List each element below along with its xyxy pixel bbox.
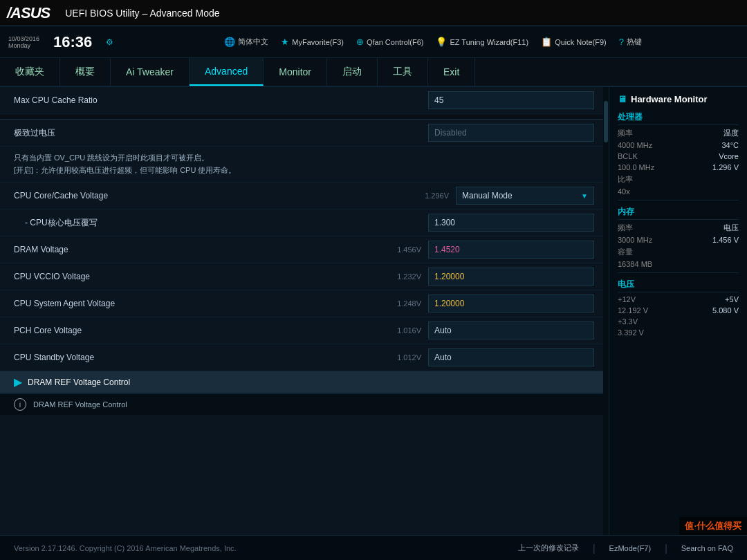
nav-item-boot[interactable]: 启动 xyxy=(327,58,378,86)
setting-row-pch-core[interactable]: PCH Core Voltage 1.016V Auto xyxy=(0,317,608,344)
scroll-thumb[interactable] xyxy=(604,101,608,142)
clock-section: 10/03/2016Monday xyxy=(8,35,39,49)
setting-row-sysagent[interactable]: CPU System Agent Voltage 1.248V 1.20000 xyxy=(0,290,608,317)
setting-hint-dram-voltage: 1.456V xyxy=(380,245,421,254)
setting-label-pch-core: PCH Core Voltage xyxy=(14,326,380,335)
toolbar: 🌐 简体中文 ★ MyFavorite(F3) ⊕ Qfan Control(F… xyxy=(127,37,739,47)
toolbar-qfan[interactable]: ⊕ Qfan Control(F6) xyxy=(356,37,424,47)
setting-label-dram-voltage: DRAM Voltage xyxy=(14,245,380,254)
star-icon: ★ xyxy=(281,37,289,47)
setting-value-pch-core[interactable]: Auto xyxy=(428,321,594,339)
clock-bar: 10/03/2016Monday 16:36 ⚙ 🌐 简体中文 ★ MyFavo… xyxy=(0,26,747,58)
info-text-ov1: 只有当内置 OV_CPU 跳线设为开启时此项目才可被开启。 xyxy=(14,152,594,165)
sidebar: 🖥 Hardware Monitor 处理器 频率 温度 4000 MHz 34… xyxy=(609,87,747,535)
sidebar-section-cpu: 处理器 xyxy=(618,111,739,125)
setting-label-max-cache: Max CPU Cache Ratio xyxy=(14,95,428,105)
setting-label-overvoltage: 极致过电压 xyxy=(14,127,428,139)
toolbar-hotkey[interactable]: ? 热键 xyxy=(619,37,642,47)
divider-1: | xyxy=(593,543,596,554)
setting-row-dram-voltage[interactable]: DRAM Voltage 1.456V 1.4520 xyxy=(0,236,608,263)
status-bar: Version 2.17.1246. Copyright (C) 2016 Am… xyxy=(0,535,747,560)
nav-item-exit[interactable]: Exit xyxy=(428,58,475,86)
sidebar-row-mem-cap-label: 容量 xyxy=(618,247,739,257)
top-bar: /ASUS UEFI BIOS Utility – Advanced Mode xyxy=(0,0,747,26)
sidebar-row-ratio-val: 40x xyxy=(618,187,739,196)
nav-bar: 收藏夹 概要 Ai Tweaker Advanced Monitor 启动 工具… xyxy=(0,58,747,87)
sidebar-val-vcore-val: 1.296 V xyxy=(712,163,739,171)
setting-row-overvoltage[interactable]: 极致过电压 Disabled xyxy=(0,120,608,147)
sidebar-val-vcore-label: Vcore xyxy=(719,152,739,160)
sidebar-key-mem-freq: 频率 xyxy=(618,223,633,233)
setting-hint-pch-core: 1.016V xyxy=(380,326,421,335)
info-section-overvoltage: 只有当内置 OV_CPU 跳线设为开启时此项目才可被开启。 [开启]：允许使用较… xyxy=(0,147,608,183)
last-change-item[interactable]: 上一次的修改记录 xyxy=(518,543,579,553)
scroll-indicator xyxy=(603,87,609,535)
sidebar-key-12v-val: 12.192 V xyxy=(618,306,648,315)
nav-item-favorites[interactable]: 收藏夹 xyxy=(0,58,60,86)
setting-label-cpu-core-override: - CPU核心电压覆写 xyxy=(25,217,428,229)
setting-hint-vccio: 1.232V xyxy=(380,272,421,281)
nav-item-overview[interactable]: 概要 xyxy=(60,58,111,86)
nav-item-advanced[interactable]: Advanced xyxy=(190,58,264,86)
version-text: Version 2.17.1246. Copyright (C) 2016 Am… xyxy=(14,544,237,552)
ezmode-item[interactable]: EzMode(F7) xyxy=(609,544,652,552)
setting-row-cpu-standby[interactable]: CPU Standby Voltage 1.012V Auto xyxy=(0,344,608,371)
sidebar-key-bclk-val: 100.0 MHz xyxy=(618,163,654,171)
setting-value-cpu-core-override[interactable]: 1.300 xyxy=(428,214,594,232)
sidebar-key-mem-freq-val: 3000 MHz xyxy=(618,236,652,244)
setting-label-cpu-standby: CPU Standby Voltage xyxy=(14,353,380,362)
setting-label-cpu-core-cache: CPU Core/Cache Voltage xyxy=(14,191,407,200)
sidebar-row-mem-val: 3000 MHz 1.456 V xyxy=(618,236,739,244)
sidebar-section-mem: 内存 xyxy=(618,206,739,220)
sidebar-row-volt-12v-label: +12V +5V xyxy=(618,295,739,304)
sidebar-row-volt-33v-val: 3.392 V xyxy=(618,328,739,337)
setting-value-max-cache[interactable]: 45 xyxy=(428,91,594,109)
nav-item-aitweaker[interactable]: Ai Tweaker xyxy=(111,58,190,86)
toolbar-eztuning[interactable]: 💡 EZ Tuning Wizard(F11) xyxy=(436,37,528,47)
setting-dropdown-cpu-core-cache[interactable]: Manual Mode ▼ xyxy=(456,187,594,205)
main-layout: Max CPU Cache Ratio 45 极致过电压 Disabled 只有… xyxy=(0,87,747,535)
clock-gear-icon: ⚙ xyxy=(106,37,113,47)
note-icon: 📋 xyxy=(541,37,552,47)
sidebar-row-cpu-freq-val: 4000 MHz 34°C xyxy=(618,141,739,149)
nav-item-tools[interactable]: 工具 xyxy=(378,58,428,86)
toolbar-quicknote[interactable]: 📋 Quick Note(F9) xyxy=(541,37,607,47)
toolbar-language[interactable]: 🌐 简体中文 xyxy=(224,37,268,47)
setting-row-max-cache[interactable]: Max CPU Cache Ratio 45 xyxy=(0,87,608,114)
separator-1 xyxy=(0,114,608,120)
clock-date: 10/03/2016Monday xyxy=(8,35,39,49)
dram-ref-label: DRAM REF Voltage Control xyxy=(28,377,594,387)
sidebar-row-bclk-val: 100.0 MHz 1.296 V xyxy=(618,163,739,171)
info-desc: DRAM REF Voltage Control xyxy=(33,400,127,409)
sidebar-key-12v-label: +12V xyxy=(618,295,636,304)
info-text-ov2: [开启]：允许使用较高电压进行超频，但可能影响 CPU 使用寿命。 xyxy=(14,165,594,177)
nav-item-monitor[interactable]: Monitor xyxy=(264,58,327,86)
setting-hint-cpu-core-cache: 1.296V xyxy=(407,192,449,200)
globe-icon: 🌐 xyxy=(224,37,235,47)
sidebar-key-ratio-val: 40x xyxy=(618,187,630,196)
setting-label-vccio: CPU VCCIO Voltage xyxy=(14,272,380,281)
setting-row-cpu-core-cache[interactable]: CPU Core/Cache Voltage 1.296V Manual Mod… xyxy=(0,183,608,209)
info-icon: i xyxy=(14,398,26,411)
sidebar-divider-2 xyxy=(618,272,739,273)
setting-value-dram-voltage[interactable]: 1.4520 xyxy=(428,241,594,259)
arrow-right-icon: ▶ xyxy=(14,375,22,389)
setting-value-overvoltage[interactable]: Disabled xyxy=(428,124,594,142)
search-faq-item[interactable]: Search on FAQ xyxy=(681,544,733,552)
clock-time: 16:36 xyxy=(53,35,92,50)
sidebar-row-mem-label: 频率 电压 xyxy=(618,223,739,233)
content-area: Max CPU Cache Ratio 45 极致过电压 Disabled 只有… xyxy=(0,87,609,535)
dropdown-arrow-icon: ▼ xyxy=(581,192,588,200)
setting-row-dram-ref[interactable]: ▶ DRAM REF Voltage Control xyxy=(0,371,608,393)
sidebar-val-mem-volt-label: 电压 xyxy=(723,223,739,233)
setting-row-vccio[interactable]: CPU VCCIO Voltage 1.232V 1.20000 xyxy=(0,263,608,290)
monitor-icon: 🖥 xyxy=(618,94,627,104)
divider-2: | xyxy=(665,543,667,554)
setting-value-vccio[interactable]: 1.20000 xyxy=(428,268,594,286)
toolbar-favorite[interactable]: ★ MyFavorite(F3) xyxy=(281,37,344,47)
sidebar-key-ratio-label: 比率 xyxy=(618,174,633,185)
setting-value-sysagent[interactable]: 1.20000 xyxy=(428,295,594,312)
setting-value-cpu-standby[interactable]: Auto xyxy=(428,348,594,366)
info-bar: i DRAM REF Voltage Control xyxy=(0,393,608,415)
setting-row-cpu-core-override[interactable]: - CPU核心电压覆写 1.300 xyxy=(0,209,608,236)
